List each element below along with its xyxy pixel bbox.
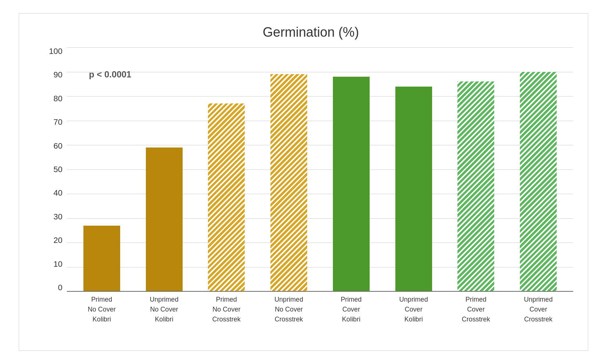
x-axis-label: PrimedCoverKolibri xyxy=(329,295,373,324)
chart-body: 1009080706050403020100 p < 0.0001 Primed… xyxy=(49,47,573,343)
bar-group xyxy=(454,47,498,292)
y-axis-label: 50 xyxy=(54,165,62,174)
y-axis-label: 70 xyxy=(54,118,62,126)
x-axis-label: PrimedNo CoverKolibri xyxy=(80,295,124,324)
bar-bar8 xyxy=(520,72,557,292)
y-axis-label: 80 xyxy=(54,95,62,103)
bar-group xyxy=(392,47,436,292)
bar-bar5 xyxy=(333,77,370,292)
y-axis-label: 60 xyxy=(54,142,62,150)
bar-group xyxy=(80,47,124,292)
y-axis-label: 0 xyxy=(58,284,62,292)
chart-container: Germination (%) 1009080706050403020100 p… xyxy=(19,13,588,351)
x-axis-label: UnprimedNo CoverCrosstrek xyxy=(267,295,311,324)
x-labels: PrimedNo CoverKolibriUnprimedNo CoverKol… xyxy=(67,292,573,343)
y-axis-label: 20 xyxy=(54,236,62,244)
x-axis-label: UnprimedNo CoverKolibri xyxy=(142,295,186,324)
x-axis-label: UnprimedCoverKolibri xyxy=(392,295,436,324)
x-axis-label: PrimedCoverCrosstrek xyxy=(454,295,498,324)
bar-bar2 xyxy=(146,148,183,292)
bar-group xyxy=(329,47,373,292)
y-axis-label: 40 xyxy=(54,189,62,197)
bar-bar3 xyxy=(208,103,245,292)
y-axis-label: 10 xyxy=(54,260,62,268)
bar-bar7 xyxy=(457,81,494,292)
x-axis-label: UnprimedCoverCrosstrek xyxy=(516,295,560,324)
bar-bar4 xyxy=(270,74,307,292)
bar-bar1 xyxy=(83,226,120,292)
bar-group xyxy=(204,47,248,292)
plot-area: p < 0.0001 PrimedNo CoverKolibriUnprimed… xyxy=(67,47,573,343)
bar-group xyxy=(516,47,560,292)
y-axis-label: 100 xyxy=(49,47,62,55)
y-axis: 1009080706050403020100 xyxy=(49,47,67,343)
bar-bar6 xyxy=(395,87,432,292)
bars-area xyxy=(67,47,573,292)
chart-title: Germination (%) xyxy=(49,25,573,40)
bar-group xyxy=(267,47,311,292)
bar-group xyxy=(142,47,186,292)
y-axis-label: 90 xyxy=(54,71,62,79)
y-axis-label: 30 xyxy=(54,213,62,221)
x-axis-label: PrimedNo CoverCrosstrek xyxy=(204,295,248,324)
